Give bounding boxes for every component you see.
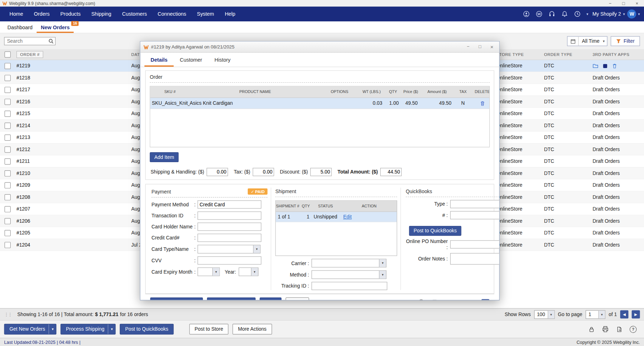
row-checkbox[interactable] (4, 242, 10, 248)
order-item-row[interactable]: SKU_Asics_Knit_C Asics Knit Cardigan 0.0… (150, 98, 489, 109)
row-checkbox[interactable] (4, 123, 10, 129)
expiry-year-select[interactable]: ▾ (238, 268, 258, 276)
row-checkbox[interactable] (4, 146, 10, 152)
order-notes-input[interactable] (450, 253, 499, 264)
row-checkbox[interactable] (4, 134, 10, 140)
nav-item-shipping[interactable]: Shipping (86, 6, 117, 21)
select-all-checkbox[interactable] (4, 51, 10, 57)
shipment-row[interactable]: 1 of 1 1 Unshipped Edit (276, 212, 397, 222)
cvv-input[interactable] (197, 256, 261, 264)
folder-icon[interactable] (593, 63, 598, 69)
next-page-button[interactable]: ▶ (632, 310, 640, 319)
goto-page-select[interactable]: 1 ▾ (586, 310, 605, 319)
dialog-titlebar[interactable]: #1219 by Aditya Agarwal on 08/21/2025 − … (140, 42, 499, 53)
nav-item-orders[interactable]: Orders (29, 6, 55, 21)
print-icon[interactable] (602, 326, 608, 332)
app-grid-icon[interactable] (602, 63, 608, 68)
nav-item-customers[interactable]: Customers (117, 6, 152, 21)
row-checkbox[interactable] (4, 218, 10, 224)
more-actions-button[interactable]: More Actions (233, 324, 272, 335)
row-checkbox[interactable] (4, 158, 10, 164)
chevron-down-icon[interactable]: ▾ (49, 327, 56, 331)
tab-new-orders[interactable]: New Orders 16 (37, 23, 74, 33)
dialog-minimize-button[interactable]: − (467, 44, 469, 50)
row-checkbox[interactable] (4, 110, 10, 117)
help-icon[interactable]: ? (630, 326, 637, 333)
ship-method-select[interactable]: ▾ (311, 270, 386, 279)
tab-customer[interactable]: Customer (174, 54, 208, 67)
card-holder-input[interactable] (197, 223, 261, 231)
row-checkbox[interactable] (4, 194, 10, 200)
row-checkbox[interactable] (4, 206, 10, 212)
nav-item-system[interactable]: System (191, 6, 219, 21)
delete-item-icon[interactable] (472, 100, 490, 106)
help-icon[interactable]: ? (418, 299, 425, 300)
save-button[interactable]: Save (260, 298, 282, 300)
row-checkbox[interactable] (4, 182, 10, 188)
nav-item-help[interactable]: Help (220, 6, 241, 21)
filter-button[interactable]: Filter (611, 36, 640, 46)
total-amount-input[interactable] (380, 168, 402, 176)
dialog-close-button[interactable]: × (490, 44, 494, 50)
discount-input[interactable] (310, 168, 332, 176)
credit-card-number-input[interactable] (197, 234, 261, 242)
scheduler-clock-icon[interactable] (574, 10, 581, 17)
add-item-button[interactable]: Add Item (150, 152, 179, 162)
post-to-store-button[interactable]: Post to Store (189, 324, 228, 335)
online-po-input[interactable] (450, 240, 499, 248)
next-order-button[interactable]: › (481, 299, 489, 300)
export-document-icon[interactable] (616, 326, 622, 332)
row-checkbox[interactable] (4, 99, 10, 105)
row-checkbox[interactable] (4, 170, 10, 176)
avatar[interactable]: W (627, 10, 636, 19)
qb-number-input[interactable] (450, 211, 499, 219)
previous-page-button[interactable]: ◀ (620, 310, 628, 319)
lock-icon[interactable] (588, 326, 594, 332)
row-checkbox[interactable] (4, 230, 10, 236)
transaction-id-input[interactable] (197, 212, 261, 220)
row-checkbox[interactable] (4, 75, 10, 81)
print-icon[interactable] (431, 300, 438, 300)
headset-icon[interactable] (548, 10, 555, 17)
col-header-store-type[interactable]: STORE TYPE (493, 52, 541, 57)
window-close-button[interactable]: × (636, 0, 638, 6)
card-type-select[interactable]: ▾ (197, 245, 261, 253)
scheduler-chevron-icon[interactable]: ▾ (586, 12, 588, 16)
edit-shipment-link[interactable]: Edit (343, 214, 352, 220)
store-selector[interactable]: My Shopify 2 ▾ (592, 11, 625, 17)
window-minimize-button[interactable]: − (609, 0, 611, 6)
close-button[interactable]: Close (286, 298, 309, 300)
webgility-circle-icon[interactable] (535, 10, 542, 17)
account-icon[interactable] (523, 10, 530, 17)
col-header-order[interactable]: ORDER # (16, 51, 43, 58)
get-new-orders-button[interactable]: Get New Orders ▾ (4, 324, 57, 335)
carrier-select[interactable]: ▾ (311, 259, 386, 267)
tax-input[interactable] (253, 168, 274, 176)
window-maximize-button[interactable]: □ (622, 0, 625, 6)
tab-dashboard[interactable]: Dashboard (3, 23, 37, 33)
trash-icon[interactable] (612, 63, 617, 68)
post-to-quickbooks-modal-button[interactable]: Post to QuickBooks (409, 226, 461, 236)
date-range-filter[interactable]: All Time ▾ (567, 36, 607, 46)
show-rows-select[interactable]: 100 ▾ (534, 310, 555, 319)
move-to-archived-button[interactable]: Move to Archived (207, 298, 256, 300)
tracking-id-input[interactable] (311, 282, 387, 290)
chevron-down-icon[interactable]: ▾ (108, 327, 115, 331)
manual-processing-button[interactable]: Manual Processing (150, 298, 203, 300)
col-header-order-type[interactable]: ORDER TYPE (541, 52, 589, 57)
tab-history[interactable]: History (208, 54, 237, 67)
avatar-chevron-icon[interactable]: ▾ (638, 12, 640, 16)
col-header-third-party[interactable]: 3RD PARTY APPS (589, 52, 644, 57)
nav-item-connections[interactable]: Connections (152, 6, 191, 21)
row-checkbox[interactable] (4, 87, 10, 93)
dialog-maximize-button[interactable]: □ (479, 44, 481, 50)
grip-handle-icon[interactable]: ⋮⋮ (4, 312, 12, 317)
nav-item-home[interactable]: Home (4, 6, 29, 21)
search-icon[interactable] (48, 38, 54, 44)
post-to-quickbooks-button[interactable]: Post to QuickBooks (120, 324, 174, 335)
row-checkbox[interactable] (4, 63, 10, 69)
payment-method-input[interactable] (197, 200, 261, 208)
nav-item-products[interactable]: Products (55, 6, 86, 21)
notifications-bell-icon[interactable] (561, 10, 568, 17)
qb-type-input[interactable] (450, 200, 499, 208)
